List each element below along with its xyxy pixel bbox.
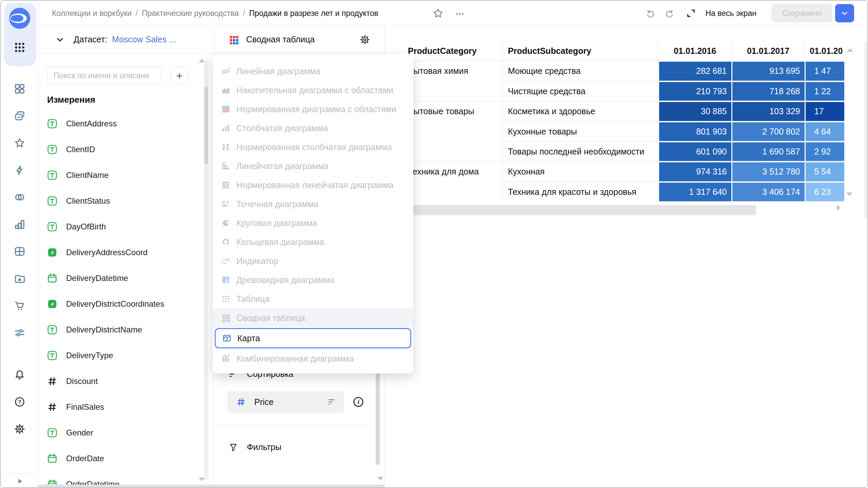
dataset-field-row[interactable]: Gender — [47, 420, 198, 446]
rail-item[interactable] — [14, 110, 25, 122]
redo-icon[interactable] — [665, 8, 675, 18]
horizontal-scrollbar[interactable] — [38, 485, 385, 488]
chart-type-menu-item[interactable]: Комбинированная диаграмма — [213, 349, 413, 368]
info-icon[interactable]: i — [352, 396, 364, 408]
expand-rail-icon[interactable] — [16, 477, 24, 486]
sort-field-chip[interactable]: Price — [227, 391, 344, 413]
value-cell[interactable]: 6 23 — [806, 183, 845, 201]
column-header[interactable]: ProductCategory — [402, 41, 502, 61]
breadcrumb-collections[interactable]: Коллекции и воркбуки — [52, 9, 132, 18]
value-cell[interactable]: 1 317 640 — [659, 183, 731, 201]
chart-type-menu-item[interactable]: Точечная диаграмма — [213, 195, 413, 214]
rail-item[interactable] — [14, 83, 25, 95]
column-header[interactable]: 01.01.20 — [805, 41, 844, 61]
dataset-field-row[interactable]: DeliveryDistrictName — [47, 317, 198, 343]
table-scroll-right-icon[interactable] — [837, 205, 841, 211]
rail-item[interactable] — [14, 137, 25, 149]
add-field-button[interactable] — [170, 67, 188, 85]
table-vertical-scrollbar-track[interactable] — [865, 41, 867, 218]
value-cell[interactable]: 3 406 174 — [732, 183, 805, 201]
scroll-up-icon[interactable] — [199, 59, 205, 62]
chart-type-menu-item[interactable]: Таблица — [213, 289, 413, 308]
value-cell[interactable]: 974 316 — [659, 162, 731, 181]
dataset-field-row[interactable]: ClientName — [47, 162, 198, 188]
rail-item[interactable] — [14, 246, 25, 257]
more-actions-icon[interactable] — [455, 9, 465, 19]
value-cell[interactable]: 282 681 — [659, 62, 731, 81]
value-cell[interactable]: 5 54 — [806, 162, 845, 181]
scroll-down-icon[interactable] — [377, 477, 383, 481]
chart-type-menu-item[interactable]: Нормированная столбчатая диаграмма — [213, 138, 413, 157]
chart-type-menu-item[interactable]: Сводная таблица — [213, 308, 413, 327]
dataset-field-row[interactable]: DayOfBirth — [47, 214, 198, 240]
subcategory-cell[interactable]: Моющие средства — [502, 61, 658, 81]
value-cell[interactable]: 17 — [806, 102, 845, 121]
category-cell[interactable]: Бытовая химия — [402, 61, 502, 101]
chart-type-menu-item[interactable]: Круговая диаграмма — [213, 214, 413, 232]
value-cell[interactable]: 210 793 — [659, 82, 731, 101]
column-header[interactable]: 01.01.2017 — [732, 41, 805, 61]
dataset-field-row[interactable]: DeliveryDistrictCoordinates — [47, 291, 198, 317]
subcategory-cell[interactable]: Чистящие средства — [502, 81, 658, 101]
rail-item[interactable] — [14, 164, 25, 176]
value-cell[interactable]: 1 47 — [806, 62, 845, 81]
chevron-down-icon[interactable] — [55, 35, 65, 44]
dataset-field-row[interactable]: DeliveryAddressCoord — [47, 240, 198, 265]
value-cell[interactable]: 1 690 587 — [732, 142, 805, 161]
rail-item[interactable] — [14, 191, 25, 203]
value-cell[interactable]: 4 64 — [806, 122, 845, 141]
dataset-field-row[interactable]: FinalSales — [47, 394, 198, 420]
rail-item[interactable] — [14, 423, 25, 435]
search-input[interactable] — [47, 67, 161, 85]
datalens-logo-icon[interactable] — [9, 8, 30, 29]
rail-item[interactable] — [14, 327, 25, 339]
dataset-link[interactable]: Moscow Sales ... — [112, 35, 176, 44]
value-cell[interactable]: 2 92 — [806, 142, 845, 161]
save-menu-button[interactable] — [835, 4, 854, 22]
dataset-field-row[interactable]: DeliveryType — [47, 343, 198, 368]
chart-type-menu-item[interactable]: Столбчатая диаграмма — [213, 119, 413, 138]
value-cell[interactable]: 103 329 — [732, 102, 805, 121]
panel-scrollbar-thumb[interactable] — [204, 86, 208, 164]
chart-type-menu-item[interactable]: Древовидная диаграмма — [213, 270, 413, 289]
chart-type-menu-item[interactable]: Кольцевая диаграмма — [213, 232, 413, 251]
dataset-field-row[interactable]: ClientStatus — [47, 188, 198, 214]
gear-icon[interactable] — [359, 34, 370, 45]
scroll-down-icon[interactable] — [199, 477, 205, 481]
table-scroll-up-icon[interactable] — [847, 48, 853, 52]
rail-item[interactable]: ? — [14, 396, 25, 408]
save-button[interactable]: Сохранено — [771, 4, 832, 22]
chart-type-menu-item[interactable]: Линейная диаграмма — [213, 62, 413, 81]
table-horizontal-scrollbar[interactable] — [402, 205, 756, 215]
value-cell[interactable]: 718 268 — [732, 82, 805, 101]
value-cell[interactable]: 30 885 — [659, 102, 731, 121]
apps-grid-icon[interactable] — [14, 41, 26, 54]
value-cell[interactable]: 2 700 802 — [732, 122, 805, 141]
chart-type-menu-item[interactable]: Нормированная диаграмма с областями — [213, 100, 413, 119]
subcategory-cell[interactable]: Кухонные товары — [502, 122, 658, 141]
chart-type-menu-item[interactable]: Нормированная линейчатая диаграмма — [213, 176, 413, 195]
subcategory-cell[interactable]: Кухонная — [502, 162, 658, 182]
chart-type-selector[interactable]: Сводная таблица — [214, 26, 384, 53]
undo-icon[interactable] — [645, 8, 655, 18]
rail-item[interactable] — [14, 219, 25, 230]
dataset-field-row[interactable]: DeliveryDatetime — [47, 265, 198, 291]
chart-type-menu-item[interactable]: Карта — [215, 328, 411, 348]
column-header[interactable]: 01.01.2016 — [658, 41, 732, 61]
subcategory-cell[interactable]: Косметика и здоровье — [502, 101, 658, 121]
table-scroll-down-icon[interactable] — [846, 192, 852, 196]
category-cell[interactable]: Техника для дома — [402, 162, 502, 202]
dataset-field-row[interactable]: OrderDate — [47, 446, 198, 471]
sort-direction-icon[interactable] — [328, 398, 336, 406]
column-header[interactable]: ProductSubcategory — [502, 41, 658, 61]
dataset-field-row[interactable]: Discount — [47, 368, 198, 394]
value-cell[interactable]: 801 903 — [659, 122, 731, 141]
breadcrumb-guides[interactable]: Практические руководства — [142, 9, 239, 18]
favorite-star-icon[interactable] — [432, 7, 444, 19]
dataset-field-row[interactable]: ClientAddress — [47, 111, 198, 137]
chart-type-menu-item[interactable]: 1.2M Индикатор — [213, 251, 413, 270]
fullscreen-icon[interactable] — [686, 8, 696, 18]
fullscreen-label[interactable]: На весь экран — [706, 1, 757, 26]
value-cell[interactable]: 913 695 — [732, 62, 805, 81]
chart-type-menu-item[interactable]: Линейчатая диаграмма — [213, 157, 413, 176]
